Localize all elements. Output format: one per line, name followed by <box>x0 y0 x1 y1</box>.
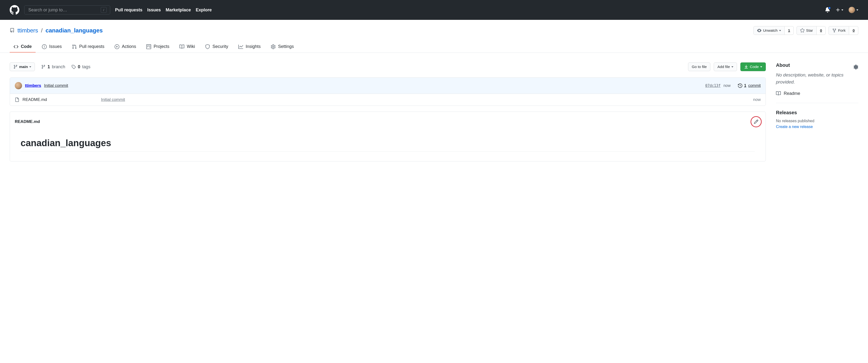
eye-icon <box>757 28 762 33</box>
about-readme-link[interactable]: Readme <box>776 91 858 96</box>
nav-marketplace[interactable]: Marketplace <box>166 7 191 12</box>
commit-author[interactable]: ttimbers <box>25 83 41 88</box>
tab-insights-label: Insights <box>246 44 260 49</box>
repo-actions: Unwatch 1 Star 0 Fork 0 <box>753 26 858 35</box>
tab-security[interactable]: Security <box>201 41 232 53</box>
code-icon <box>13 44 19 49</box>
branches-count: 1 <box>48 64 50 69</box>
download-icon <box>744 65 748 69</box>
branch-select[interactable]: main <box>10 62 35 71</box>
tags-link[interactable]: 0 tags <box>71 64 90 69</box>
book-icon <box>776 91 781 96</box>
play-icon <box>115 44 119 49</box>
global-header-right <box>825 7 858 13</box>
fork-count[interactable]: 0 <box>849 26 858 35</box>
repo-owner-link[interactable]: ttimbers <box>18 27 38 34</box>
tab-actions[interactable]: Actions <box>111 41 140 53</box>
commit-sha[interactable]: 07dc13f <box>705 84 720 88</box>
file-row[interactable]: README.md Initial commit now <box>10 94 766 105</box>
star-button[interactable]: Star <box>797 26 816 35</box>
tab-code-label: Code <box>21 44 32 49</box>
global-search[interactable]: / <box>24 5 110 14</box>
file-commit-message[interactable]: Initial commit <box>101 97 750 102</box>
fork-button[interactable]: Fork <box>829 26 849 35</box>
about-settings-button[interactable] <box>854 65 858 69</box>
tab-settings[interactable]: Settings <box>267 41 298 53</box>
add-file-label: Add file <box>717 64 730 69</box>
code-download-button[interactable]: Code <box>740 62 766 71</box>
caret-down-icon <box>857 9 858 11</box>
file-nav-row: main 1 branch 0 tags Go to file Add file <box>10 62 766 71</box>
edit-readme-button[interactable] <box>754 119 758 124</box>
commit-when: now <box>723 84 731 88</box>
nav-pull-requests[interactable]: Pull requests <box>115 7 143 12</box>
caret-down-icon <box>732 66 733 68</box>
star-count[interactable]: 0 <box>817 26 826 35</box>
watch-count[interactable]: 1 <box>785 26 794 35</box>
tab-projects[interactable]: Projects <box>143 41 173 53</box>
main-column: main 1 branch 0 tags Go to file Add file <box>10 62 766 161</box>
repo-icon <box>10 28 14 33</box>
caret-down-icon <box>29 66 31 68</box>
repo-name-link[interactable]: canadian_languages <box>45 27 103 34</box>
go-to-file-label: Go to file <box>692 64 707 69</box>
search-input[interactable] <box>28 7 101 13</box>
repo-body: main 1 branch 0 tags Go to file Add file <box>0 53 868 161</box>
tab-wiki[interactable]: Wiki <box>176 41 199 53</box>
fork-group: Fork 0 <box>829 26 858 35</box>
readme-body: canadian_languages <box>10 132 766 161</box>
edit-readme-highlight <box>750 116 762 127</box>
add-file-button[interactable]: Add file <box>714 62 737 71</box>
tab-code[interactable]: Code <box>10 41 36 53</box>
slash-key-hint: / <box>101 7 106 13</box>
repo-title: ttimbers / canadian_languages <box>10 27 103 34</box>
create-new-dropdown[interactable] <box>836 7 843 12</box>
gear-icon <box>271 44 276 49</box>
about-title: About <box>776 62 790 68</box>
about-description: No description, website, or topics provi… <box>776 71 858 86</box>
issue-icon <box>42 44 47 49</box>
branch-icon <box>41 65 45 69</box>
about-readme-label: Readme <box>784 91 800 96</box>
global-nav-links: Pull requests Issues Marketplace Explore <box>115 7 212 12</box>
star-group: Star 0 <box>797 26 826 35</box>
tab-pulls[interactable]: Pull requests <box>68 41 108 53</box>
tab-security-label: Security <box>212 44 228 49</box>
readme-h1: canadian_languages <box>21 138 755 152</box>
star-icon <box>800 28 805 33</box>
commit-avatar <box>15 82 22 89</box>
branches-label: branch <box>52 64 65 69</box>
code-download-label: Code <box>750 64 759 69</box>
file-name-link[interactable]: README.md <box>23 97 47 102</box>
avatar <box>848 7 855 13</box>
unwatch-button[interactable]: Unwatch <box>753 26 784 35</box>
commit-count-label: commit <box>748 84 761 88</box>
tab-pulls-label: Pull requests <box>79 44 104 49</box>
branches-link[interactable]: 1 branch <box>41 64 65 69</box>
branch-icon <box>13 65 18 69</box>
user-menu[interactable] <box>848 7 858 13</box>
tab-issues[interactable]: Issues <box>38 41 66 53</box>
commit-count-link[interactable]: 1 commit <box>738 84 761 88</box>
repo-header: ttimbers / canadian_languages Unwatch 1 … <box>0 20 868 53</box>
create-release-link[interactable]: Create a new release <box>776 125 813 129</box>
github-mark-icon <box>10 5 20 15</box>
pencil-icon <box>754 119 758 124</box>
tab-projects-label: Projects <box>154 44 169 49</box>
history-icon <box>738 84 742 88</box>
tab-insights[interactable]: Insights <box>235 41 265 53</box>
releases-block: Releases No releases published Create a … <box>776 110 858 136</box>
nav-explore[interactable]: Explore <box>196 7 212 12</box>
notifications[interactable] <box>825 7 830 12</box>
github-logo[interactable] <box>10 5 20 15</box>
watch-group: Unwatch 1 <box>753 26 794 35</box>
nav-issues[interactable]: Issues <box>147 7 161 12</box>
tab-issues-label: Issues <box>49 44 62 49</box>
tab-wiki-label: Wiki <box>187 44 195 49</box>
repo-tabs: Code Issues Pull requests Actions Projec… <box>10 41 858 53</box>
plus-icon <box>836 7 840 12</box>
commit-message[interactable]: Initial commit <box>44 83 68 88</box>
go-to-file-button[interactable]: Go to file <box>688 62 710 71</box>
star-label: Star <box>806 28 813 33</box>
readme-header: README.md <box>10 112 766 132</box>
